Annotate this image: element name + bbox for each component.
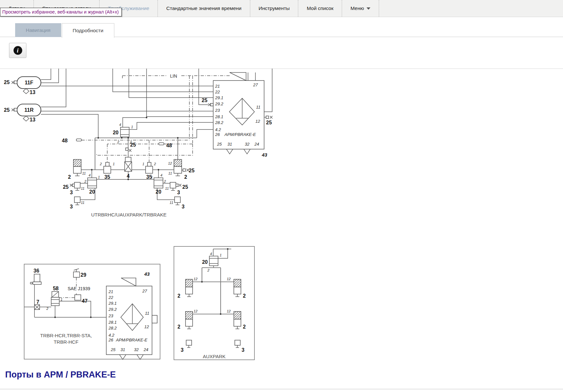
svg-text:25: 25 <box>217 142 222 147</box>
svg-text:2: 2 <box>243 293 246 299</box>
svg-text:4.2: 4.2 <box>109 333 115 338</box>
svg-text:31: 31 <box>227 142 232 147</box>
connector-48-left <box>76 139 81 141</box>
favorites-tooltip: Просмотреть избранное, веб-каналы и журн… <box>0 8 122 16</box>
svg-text:27: 27 <box>253 82 258 87</box>
tab-navigation[interactable]: Навигация <box>15 23 61 37</box>
auxpark-schematic <box>174 246 254 360</box>
svg-text:25: 25 <box>4 107 10 113</box>
svg-text:3: 3 <box>182 204 185 209</box>
port-arrow-icon <box>137 355 143 359</box>
port-box-3 <box>235 340 240 345</box>
svg-text:11F: 11F <box>25 80 33 85</box>
svg-text:24: 24 <box>143 347 148 352</box>
svg-text:20: 20 <box>113 130 119 135</box>
svg-text:21: 21 <box>215 84 220 89</box>
info-icon: i <box>14 46 22 55</box>
svg-text:25: 25 <box>4 80 10 85</box>
svg-text:2: 2 <box>100 162 102 166</box>
pilot-valve <box>125 157 131 162</box>
svg-text:20: 20 <box>202 259 208 265</box>
svg-text:2: 2 <box>184 174 187 180</box>
tab-details[interactable]: Подробности <box>62 23 114 38</box>
svg-text:APM/PBRAKE-E: APM/PBRAKE-E <box>116 338 148 342</box>
svg-text:2: 2 <box>46 307 48 311</box>
tab-strip: Навигация Подробности <box>15 23 114 37</box>
svg-text:12: 12 <box>194 277 197 281</box>
svg-text:29.1: 29.1 <box>215 95 223 100</box>
svg-text:1: 1 <box>220 253 222 257</box>
menu-item-my-list[interactable]: Мой список <box>298 0 342 17</box>
svg-text:48: 48 <box>62 138 68 143</box>
menu-item-menu[interactable]: Меню <box>342 0 379 17</box>
svg-text:2: 2 <box>84 179 86 183</box>
port-arrow-icon <box>119 355 126 359</box>
ecu-connector-icon <box>121 278 136 286</box>
svg-text:APM/PBRAKE-E: APM/PBRAKE-E <box>224 132 256 137</box>
port-arrow-icon <box>226 149 233 154</box>
svg-text:11: 11 <box>145 311 149 316</box>
svg-text:4: 4 <box>119 123 121 127</box>
brake-chamber <box>234 311 241 319</box>
port-box-3 <box>186 340 192 345</box>
valve-58-body <box>51 297 59 306</box>
svg-text:25: 25 <box>189 168 195 173</box>
svg-text:29: 29 <box>81 272 86 278</box>
svg-text:11: 11 <box>81 186 84 190</box>
svg-text:32: 32 <box>245 142 250 147</box>
brake-chamber-right <box>174 159 182 167</box>
svg-text:11: 11 <box>256 105 261 110</box>
application-window: Детали Стандартные детали Техобслуживани… <box>0 0 563 392</box>
brake-chamber <box>186 311 193 319</box>
svg-text:12: 12 <box>194 309 197 313</box>
svg-text:4: 4 <box>89 173 91 177</box>
svg-text:28.2: 28.2 <box>215 120 224 125</box>
svg-text:1: 1 <box>113 162 115 166</box>
port-box-3 <box>74 197 80 203</box>
svg-text:21: 21 <box>108 289 113 294</box>
svg-text:43: 43 <box>144 271 150 277</box>
svg-text:SAE J1939: SAE J1939 <box>68 286 90 291</box>
svg-text:4: 4 <box>127 173 130 179</box>
svg-text:29.2: 29.2 <box>108 307 117 312</box>
valve-20-left <box>88 178 97 188</box>
trbr-schematic <box>24 264 160 359</box>
bottom-divider <box>0 389 563 389</box>
menu-item-label: Стандартные значения времени <box>166 5 242 11</box>
menu-item-standard-times[interactable]: Стандартные значения времени <box>158 0 250 17</box>
brake-chamber <box>234 279 241 287</box>
menu-item-tools[interactable]: Инструменты <box>250 0 299 17</box>
valve-20 <box>120 127 129 137</box>
svg-text:47: 47 <box>82 298 88 304</box>
port-box-3 <box>170 182 176 188</box>
svg-text:48: 48 <box>166 143 172 148</box>
svg-text:35: 35 <box>104 174 110 180</box>
svg-text:3: 3 <box>70 204 73 209</box>
svg-text:22: 22 <box>215 90 220 94</box>
check-valve-icon <box>23 116 29 121</box>
svg-text:25: 25 <box>130 142 136 148</box>
svg-text:11: 11 <box>81 201 84 205</box>
svg-text:12: 12 <box>144 324 149 329</box>
info-button[interactable]: i <box>9 43 26 58</box>
svg-text:28.2: 28.2 <box>108 326 117 330</box>
svg-text:58: 58 <box>53 286 59 291</box>
svg-text:4.2: 4.2 <box>215 127 221 132</box>
svg-text:26: 26 <box>108 338 113 342</box>
svg-text:36: 36 <box>33 268 39 273</box>
ecu-connector-icon <box>230 72 246 81</box>
component-47 <box>75 295 81 300</box>
port-box-3 <box>175 197 180 203</box>
svg-text:25: 25 <box>110 347 116 352</box>
svg-text:25: 25 <box>182 184 188 190</box>
svg-text:1: 1 <box>98 175 100 179</box>
svg-text:25: 25 <box>202 98 207 103</box>
pneumatic-schematic: 2511F132511R13LIN212229.129.22328.128.24… <box>0 63 563 367</box>
port-arrow-icon <box>244 149 250 154</box>
component-36 <box>34 274 40 282</box>
svg-text:TRBR-HCF: TRBR-HCF <box>54 339 79 345</box>
svg-text:24: 24 <box>254 142 259 147</box>
svg-text:4: 4 <box>210 252 212 256</box>
svg-text:12: 12 <box>168 161 172 165</box>
svg-text:28.1: 28.1 <box>215 114 223 119</box>
